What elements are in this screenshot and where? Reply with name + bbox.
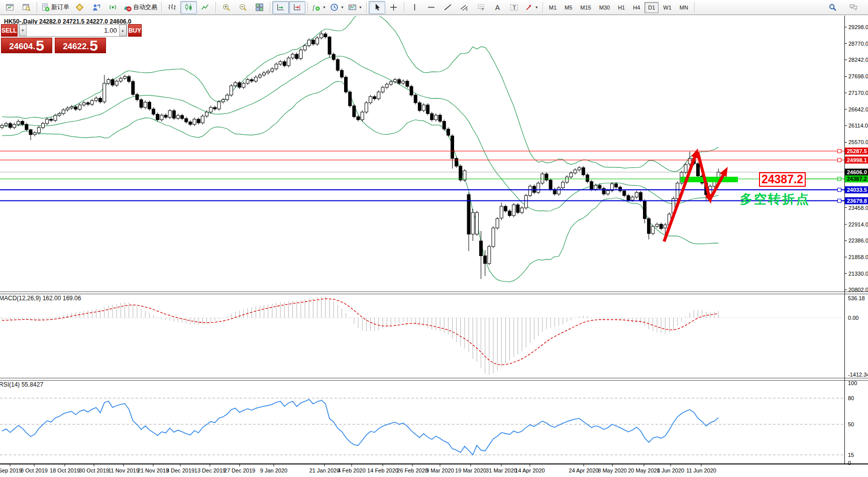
vertical-line-icon <box>410 3 419 12</box>
search-icon <box>828 3 837 12</box>
volume-up-button[interactable]: ▲ <box>119 25 127 36</box>
sell-price-big-digit: 5 <box>36 39 44 52</box>
cursor-button[interactable] <box>369 1 385 14</box>
resistance-line-2-tag: 24998.1 <box>845 157 868 164</box>
chart-profiles-icon <box>22 3 31 12</box>
timeframe-h4[interactable]: H4 <box>629 2 643 13</box>
fibonacci-button[interactable]: F <box>473 1 489 14</box>
buy-price-big-digit: 5 <box>89 39 98 52</box>
toolbar: 新订单自动交易f▼▼▼EFAT▼M1M5M15M30H1H4D1W1MN <box>0 0 868 15</box>
price-callout[interactable]: 24387.2 <box>759 172 806 187</box>
timeframe-h1[interactable]: H1 <box>614 2 628 13</box>
svg-text:15: 15 <box>848 452 854 458</box>
trendline-icon <box>444 3 452 12</box>
tile-windows-button[interactable] <box>251 1 268 14</box>
line-chart-icon <box>201 3 209 12</box>
buy-price-button[interactable]: 24622. 5 <box>55 38 106 53</box>
svg-text:50: 50 <box>848 421 854 427</box>
timeframe-m15[interactable]: M15 <box>577 2 594 13</box>
volume-input[interactable] <box>27 25 119 36</box>
svg-text:13 Dec 2019: 13 Dec 2019 <box>194 467 226 473</box>
svg-text:0: 0 <box>848 460 851 466</box>
zoom-out-button[interactable] <box>235 1 251 14</box>
svg-text:23679.8: 23679.8 <box>847 198 867 204</box>
resistance-line-2-handle[interactable] <box>838 158 841 162</box>
chart-shift-icon <box>293 3 301 12</box>
new-order-label: 新订单 <box>51 3 69 12</box>
buy-price: 24622. <box>63 41 89 52</box>
timeframe-m1[interactable]: M1 <box>546 2 560 13</box>
bar-chart-button[interactable] <box>164 1 180 14</box>
chart-profiles-button[interactable] <box>18 1 35 14</box>
metaeditor-button[interactable] <box>71 1 88 14</box>
chart-canvas[interactable]: 29298.028770.028242.027698.027170.026642… <box>0 0 868 477</box>
svg-text:8 Oct 2019: 8 Oct 2019 <box>21 467 48 473</box>
timeframe-mn[interactable]: MN <box>676 2 692 13</box>
rsi-label: RSI(14) 55.8427 <box>0 381 43 388</box>
new-chart-button[interactable] <box>2 1 18 14</box>
horizontal-line-button[interactable] <box>423 1 440 14</box>
chat-icon <box>849 3 857 12</box>
line-chart-button[interactable] <box>197 1 213 14</box>
toolbar-separator <box>215 2 216 13</box>
bar-chart-icon <box>168 3 176 12</box>
periods-button[interactable]: ▼ <box>328 1 346 14</box>
svg-text:Sep 2019: Sep 2019 <box>0 467 22 473</box>
trend-arrows[interactable] <box>664 149 728 242</box>
vertical-line-button[interactable] <box>406 1 423 14</box>
chat-button[interactable] <box>845 1 861 14</box>
auto-scroll-button[interactable] <box>272 1 289 14</box>
macd-label: MACD(12,26,9) 162.00 169.06 <box>0 295 81 302</box>
trendline-button[interactable] <box>440 1 456 14</box>
text-label-icon: T <box>510 3 518 12</box>
timeframe-d1[interactable]: D1 <box>644 2 659 13</box>
svg-text:9 Mar 2020: 9 Mar 2020 <box>426 467 454 473</box>
auto-scroll-icon <box>276 3 285 12</box>
timeframe-m5[interactable]: M5 <box>561 2 576 13</box>
toolbar-separator <box>161 2 162 13</box>
autotrading-button[interactable]: 自动交易 <box>121 1 159 14</box>
buy-button[interactable]: BUY <box>128 24 142 37</box>
svg-text:f: f <box>313 5 315 11</box>
chart-shift-button[interactable] <box>289 1 305 14</box>
sell-price-button[interactable]: 24604. 5 <box>1 38 52 53</box>
timeframe-w1[interactable]: W1 <box>660 2 675 13</box>
alerts-button[interactable] <box>104 1 121 14</box>
zoom-in-button[interactable] <box>218 1 235 14</box>
toolbar-separator <box>542 2 543 13</box>
indicators-button[interactable]: f▼ <box>310 1 328 14</box>
svg-text:100: 100 <box>848 380 857 386</box>
candlestick-icon <box>184 3 193 12</box>
zoom-out-icon <box>239 3 247 12</box>
support-line-2-handle[interactable] <box>838 199 841 202</box>
sell-price: 24604. <box>9 41 35 52</box>
text-button[interactable]: A <box>489 1 506 14</box>
templates-button[interactable]: ▼ <box>346 1 364 14</box>
svg-text:A: A <box>495 4 500 12</box>
new-chart-icon <box>6 3 14 12</box>
equidistant-channel-icon: E <box>460 3 469 12</box>
arrows-button[interactable]: ▼ <box>522 1 540 14</box>
mt4-window: 29298.028770.028242.027698.027170.026642… <box>0 0 868 477</box>
one-click-trading-panel: SELL ▼ ▲ BUY 24604. 5 24622. 5 <box>1 24 106 53</box>
text-label-button[interactable]: T <box>506 1 522 14</box>
svg-text:536.18: 536.18 <box>848 295 865 301</box>
toolbar-separator <box>404 2 404 13</box>
highlight-zone[interactable] <box>681 177 738 182</box>
resistance-line-1-handle[interactable] <box>838 149 841 153</box>
support-line-2-tag: 23679.8 <box>845 197 868 204</box>
equidistant-channel-button[interactable]: E <box>456 1 473 14</box>
svg-text:22914.0: 22914.0 <box>848 221 868 227</box>
svg-text:21 Jan 2020: 21 Jan 2020 <box>309 467 340 473</box>
volume-down-button[interactable]: ▼ <box>19 25 27 36</box>
crosshair-button[interactable] <box>385 1 402 14</box>
timeframe-m30[interactable]: M30 <box>596 2 613 13</box>
search-button[interactable] <box>824 1 841 14</box>
new-order-button[interactable]: 新订单 <box>39 1 71 14</box>
candlestick-button[interactable] <box>180 1 197 14</box>
support-line-1-handle[interactable] <box>838 188 841 192</box>
bid-price-line-tag: 24606.0 <box>845 169 868 176</box>
chevron-down-icon: ▼ <box>535 6 538 9</box>
terminal-button[interactable] <box>88 1 104 14</box>
sell-button[interactable]: SELL <box>1 24 18 37</box>
